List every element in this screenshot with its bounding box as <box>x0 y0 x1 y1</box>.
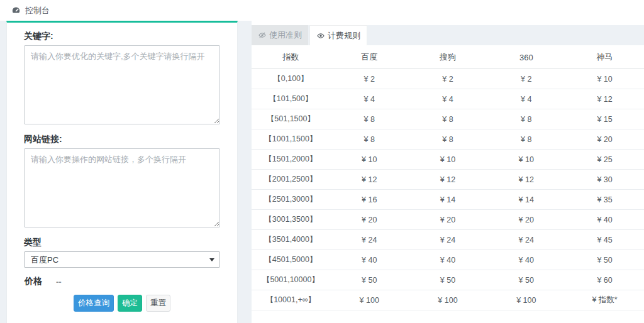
tab-bar: 使用准则 计费规则 <box>252 25 644 45</box>
index-range-cell: 【101,500】 <box>252 89 330 109</box>
price-cell: ¥ 指数* <box>565 290 644 310</box>
tab-billing-rules[interactable]: 计费规则 <box>309 25 367 45</box>
price-cell: ¥ 20 <box>487 210 565 230</box>
price-cell: ¥ 14 <box>487 190 565 210</box>
keyword-label: 关键字: <box>24 31 220 41</box>
price-cell: ¥ 24 <box>409 230 487 250</box>
price-cell: ¥ 14 <box>409 190 487 210</box>
price-value: -- <box>56 277 62 287</box>
table-row: 【2001,2500】¥ 12¥ 12¥ 12¥ 30 <box>252 170 644 190</box>
keyword-input[interactable] <box>24 45 220 124</box>
table-row: 【1501,2000】¥ 10¥ 10¥ 10¥ 25 <box>252 150 644 170</box>
price-cell: ¥ 2 <box>409 69 487 89</box>
table-row: 【3501,4000】¥ 24¥ 24¥ 24¥ 45 <box>252 230 644 250</box>
type-select-wrap: 百度PC <box>24 251 220 268</box>
price-cell: ¥ 20 <box>330 210 409 230</box>
price-cell: ¥ 100 <box>409 290 487 310</box>
price-cell: ¥ 8 <box>409 109 487 129</box>
index-range-cell: 【0,100】 <box>252 69 330 89</box>
price-cell: ¥ 30 <box>565 170 644 190</box>
price-cell: ¥ 24 <box>487 230 565 250</box>
confirm-button[interactable]: 确定 <box>118 295 142 312</box>
price-cell: ¥ 100 <box>487 290 565 310</box>
table-row: 【501,1500】¥ 8¥ 8¥ 8¥ 15 <box>252 109 644 129</box>
billing-table-head: 指数百度搜狗360神马 <box>252 48 644 69</box>
link-label: 网站链接: <box>24 134 220 145</box>
price-cell: ¥ 12 <box>565 89 644 109</box>
header-row: 指数百度搜狗360神马 <box>252 48 644 69</box>
price-cell: ¥ 10 <box>409 150 487 170</box>
table-row: 【2501,3000】¥ 16¥ 14¥ 14¥ 35 <box>252 190 644 210</box>
price-row: 价格 -- <box>24 276 220 287</box>
price-cell: ¥ 20 <box>565 129 644 150</box>
price-cell: ¥ 8 <box>330 129 409 150</box>
index-range-cell: 【501,1500】 <box>252 109 330 129</box>
price-cell: ¥ 35 <box>565 190 644 210</box>
column-header: 搜狗 <box>409 48 487 69</box>
price-cell: ¥ 2 <box>487 69 565 89</box>
table-row: 【0,100】¥ 2¥ 2¥ 2¥ 10 <box>252 69 644 89</box>
eye-icon <box>316 31 325 40</box>
billing-table: 指数百度搜狗360神马 【0,100】¥ 2¥ 2¥ 2¥ 10【101,500… <box>252 48 644 310</box>
price-cell: ¥ 25 <box>565 150 644 170</box>
price-cell: ¥ 24 <box>330 230 409 250</box>
column-header: 百度 <box>330 48 409 69</box>
index-range-cell: 【2501,3000】 <box>252 190 330 210</box>
tab-usage-rules[interactable]: 使用准则 <box>252 25 308 45</box>
price-cell: ¥ 2 <box>330 69 409 89</box>
price-cell: ¥ 10 <box>487 150 565 170</box>
table-row: 【5001,10000】¥ 50¥ 50¥ 50¥ 60 <box>252 270 644 290</box>
price-cell: ¥ 4 <box>409 89 487 109</box>
price-cell: ¥ 12 <box>409 170 487 190</box>
breadcrumb: 控制台 <box>0 0 644 21</box>
price-cell: ¥ 50 <box>409 270 487 290</box>
index-range-cell: 【3501,4000】 <box>252 230 330 250</box>
price-query-button[interactable]: 价格查询 <box>74 295 114 312</box>
page-title: 控制台 <box>25 5 50 16</box>
price-cell: ¥ 50 <box>330 270 409 290</box>
index-range-cell: 【5001,10000】 <box>252 270 330 290</box>
eye-slash-icon <box>258 31 267 40</box>
price-cell: ¥ 10 <box>565 69 644 89</box>
price-cell: ¥ 4 <box>330 89 409 109</box>
keyword-form-panel: 关键字: 网站链接: 类型 百度PC 价格 -- 价格查询 确定 重置 <box>6 21 238 323</box>
column-header: 360 <box>487 48 565 69</box>
index-range-cell: 【4501,5000】 <box>252 250 330 270</box>
price-cell: ¥ 40 <box>565 210 644 230</box>
dashboard-icon <box>11 6 21 15</box>
tab-label: 计费规则 <box>328 30 360 41</box>
price-cell: ¥ 50 <box>565 250 644 270</box>
reset-button[interactable]: 重置 <box>146 295 170 312</box>
index-range-cell: 【3001,3500】 <box>252 210 330 230</box>
table-row: 【10001,+∞】¥ 100¥ 100¥ 100¥ 指数* <box>252 290 644 310</box>
billing-table-body: 【0,100】¥ 2¥ 2¥ 2¥ 10【101,500】¥ 4¥ 4¥ 4¥ … <box>252 69 644 310</box>
price-cell: ¥ 45 <box>565 230 644 250</box>
table-row: 【3001,3500】¥ 20¥ 20¥ 20¥ 40 <box>252 210 644 230</box>
price-cell: ¥ 8 <box>330 109 409 129</box>
column-header: 神马 <box>565 48 644 69</box>
link-input[interactable] <box>24 148 220 227</box>
type-label: 类型 <box>24 237 220 248</box>
column-header: 指数 <box>252 48 330 69</box>
index-range-cell: 【10001,+∞】 <box>252 290 330 310</box>
price-cell: ¥ 4 <box>487 89 565 109</box>
price-cell: ¥ 8 <box>487 109 565 129</box>
price-cell: ¥ 40 <box>409 250 487 270</box>
price-cell: ¥ 10 <box>330 150 409 170</box>
table-row: 【101,500】¥ 4¥ 4¥ 4¥ 12 <box>252 89 644 109</box>
price-cell: ¥ 40 <box>330 250 409 270</box>
price-cell: ¥ 20 <box>409 210 487 230</box>
type-select[interactable]: 百度PC <box>24 251 220 268</box>
price-cell: ¥ 8 <box>409 129 487 150</box>
price-label: 价格 <box>25 276 42 287</box>
tab-label: 使用准则 <box>269 30 302 41</box>
price-cell: ¥ 40 <box>487 250 565 270</box>
price-cell: ¥ 12 <box>487 170 565 190</box>
price-cell: ¥ 8 <box>487 129 565 150</box>
table-row: 【4501,5000】¥ 40¥ 40¥ 40¥ 50 <box>252 250 644 270</box>
price-cell: ¥ 100 <box>330 290 409 310</box>
index-range-cell: 【1501,2000】 <box>252 150 330 170</box>
rules-panel: 使用准则 计费规则 指数百度搜狗360神马 【0,100】¥ 2¥ 2¥ 2¥ … <box>252 21 644 323</box>
index-range-cell: 【1001,1500】 <box>252 129 330 150</box>
index-range-cell: 【2001,2500】 <box>252 170 330 190</box>
